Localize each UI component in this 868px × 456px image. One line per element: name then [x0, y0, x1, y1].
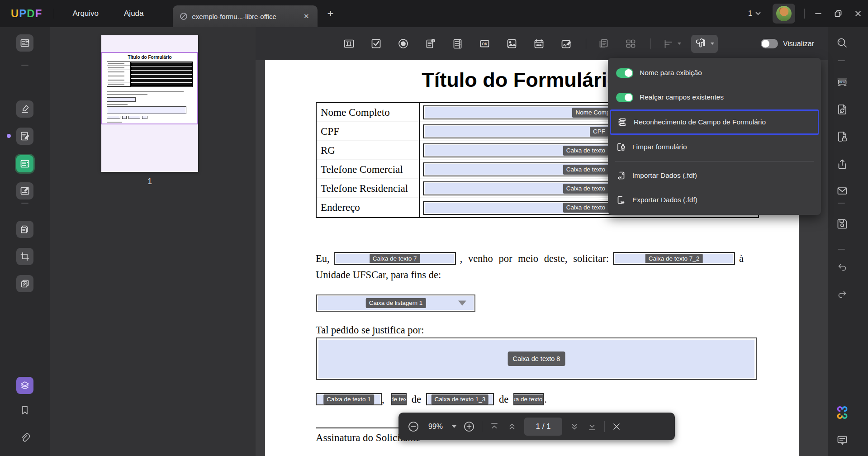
- menu-toggle-highlight-fields[interactable]: Realçar campos existentes: [608, 85, 821, 109]
- text-field-7[interactable]: Caixa de texto 7: [334, 252, 456, 265]
- menu-item-field-recognition[interactable]: Reconhecimento de Campo de Formulário: [610, 109, 819, 135]
- document-tab[interactable]: exemplo-formu...-libre-office ✕: [173, 5, 318, 27]
- signature-field-tool[interactable]: [557, 35, 575, 53]
- bar-divider: [482, 421, 482, 432]
- paragraph-text: .: [544, 394, 547, 405]
- menu-item-import-data[interactable]: Importar Dados (.fdf): [608, 163, 821, 188]
- svg-text:OK: OK: [482, 42, 488, 46]
- display-name-toggle[interactable]: [616, 68, 633, 78]
- close-bar-button[interactable]: [612, 422, 621, 432]
- redo-button[interactable]: [835, 288, 849, 302]
- row-label: Endereço: [317, 198, 420, 217]
- minimize-button[interactable]: [808, 4, 828, 24]
- crop-tool-button[interactable]: [16, 248, 33, 265]
- paragraph-text: de: [412, 394, 421, 405]
- field-name-badge: CPF: [590, 127, 608, 137]
- attachments-panel-button[interactable]: [19, 432, 31, 444]
- logo-letter: F: [35, 7, 43, 20]
- sidebar-collapse-handle[interactable]: [7, 134, 11, 138]
- image-field-tool[interactable]: [503, 35, 521, 53]
- zoom-in-button[interactable]: [463, 421, 475, 432]
- thumbnail-page-number: 1: [101, 176, 198, 186]
- align-fields-dropdown[interactable]: [659, 35, 685, 52]
- next-page-button[interactable]: [569, 421, 580, 432]
- comment-tool-button[interactable]: [16, 100, 33, 118]
- paragraph-text: Unidade UFSCar, para fins de:: [316, 269, 804, 281]
- undo-button[interactable]: [835, 261, 849, 275]
- text-field-tool[interactable]: [340, 35, 358, 53]
- logo-letter: U: [11, 7, 19, 20]
- date-field-tool[interactable]: [530, 35, 548, 53]
- page-indicator[interactable]: 1 / 1: [524, 418, 562, 436]
- first-page-button[interactable]: [489, 421, 500, 432]
- paragraph-text: à: [739, 253, 744, 265]
- menu-item-clear-form[interactable]: Limpar formulário: [608, 135, 821, 159]
- updf-ai-button[interactable]: [835, 406, 849, 419]
- menu-ajuda[interactable]: Ajuda: [117, 5, 151, 22]
- chevron-down-icon: [678, 43, 681, 45]
- text-field-1-2[interactable]: Caixa de texto 1_2: [391, 393, 407, 405]
- multiline-text-field-8[interactable]: Caixa de texto 8: [316, 337, 757, 380]
- edit-pdf-button[interactable]: [16, 128, 33, 145]
- grid-layout-tool[interactable]: [621, 35, 640, 53]
- form-options-dropdown[interactable]: [691, 35, 718, 53]
- restore-button[interactable]: [828, 4, 848, 24]
- ocr-button[interactable]: OCR: [835, 75, 849, 89]
- organize-pages-button[interactable]: [16, 221, 33, 238]
- field-name-badge: Caixa de texto 7: [370, 254, 420, 263]
- menu-arquivo[interactable]: Arquivo: [65, 5, 106, 22]
- text-field-7-2[interactable]: Caixa de texto 7_2: [613, 252, 735, 265]
- previous-page-button[interactable]: [507, 421, 517, 432]
- account-button[interactable]: [773, 4, 795, 24]
- zoom-out-button[interactable]: [408, 421, 419, 432]
- tab-close-icon[interactable]: ✕: [301, 11, 312, 21]
- list-box-field[interactable]: Caixa de listagem 1: [316, 294, 475, 312]
- sidebar-divider: [838, 203, 845, 204]
- new-tab-button[interactable]: +: [327, 7, 334, 20]
- form-toolbar: OK: [256, 27, 828, 60]
- convert-button[interactable]: [835, 103, 849, 116]
- thumbnail-mini-title: Título do Formulário: [107, 55, 193, 60]
- push-button-tool[interactable]: OK: [475, 35, 493, 53]
- left-sidebar: [0, 27, 50, 456]
- preview-toggle[interactable]: [761, 39, 778, 48]
- paragraph-text: ,: [382, 394, 384, 405]
- toolbar-divider: [650, 38, 651, 49]
- checkbox-tool[interactable]: [367, 35, 385, 53]
- page-thumbnails-panel: Título do Formulário: [50, 27, 256, 456]
- layers-panel-button[interactable]: [16, 377, 33, 394]
- duplicate-fields-tool[interactable]: [594, 35, 612, 53]
- zoom-dropdown-icon[interactable]: [452, 425, 456, 428]
- chevron-down-icon: [711, 43, 714, 45]
- text-field-1[interactable]: Caixa de texto 1: [316, 393, 382, 405]
- radio-button-tool[interactable]: [394, 35, 412, 53]
- listbox-tool[interactable]: [448, 35, 466, 53]
- menu-item-label: Exportar Dados (.fdf): [632, 196, 697, 204]
- combobox-tool[interactable]: [421, 35, 439, 53]
- form-tool-button[interactable]: [16, 155, 33, 172]
- search-button[interactable]: [835, 36, 849, 50]
- field-name-badge: Caixa de listagem 1: [366, 298, 426, 308]
- preview-toggle-group: Visualizar: [761, 39, 814, 48]
- text-field-1-4[interactable]: Caixa de texto 1_4: [513, 393, 544, 405]
- save-button[interactable]: [835, 217, 849, 231]
- menu-item-label: Importar Dados (.fdf): [632, 171, 697, 180]
- share-button[interactable]: [835, 157, 849, 171]
- tab-count-dropdown[interactable]: 1: [748, 10, 761, 18]
- mail-button[interactable]: [835, 184, 849, 198]
- menu-toggle-display-name[interactable]: Nome para exibição: [608, 61, 821, 85]
- sign-tool-button[interactable]: [16, 182, 33, 200]
- protect-button[interactable]: [835, 130, 849, 143]
- page-thumbnail-1[interactable]: Título do Formulário: [101, 35, 198, 172]
- reader-mode-button[interactable]: [16, 34, 33, 52]
- close-button[interactable]: [848, 4, 868, 24]
- text-field-1-3[interactable]: Caixa de texto 1_3: [426, 393, 494, 405]
- bookmarks-panel-button[interactable]: [19, 404, 31, 417]
- menu-item-export-data[interactable]: Exportar Dados (.fdf): [608, 188, 821, 212]
- field-name-badge: Caixa de texto: [563, 165, 608, 175]
- field-name-badge: Caixa de texto: [563, 184, 608, 194]
- comments-panel-button[interactable]: [835, 433, 849, 447]
- highlight-fields-toggle[interactable]: [616, 93, 633, 102]
- extract-tool-button[interactable]: [16, 275, 33, 292]
- last-page-button[interactable]: [587, 421, 598, 432]
